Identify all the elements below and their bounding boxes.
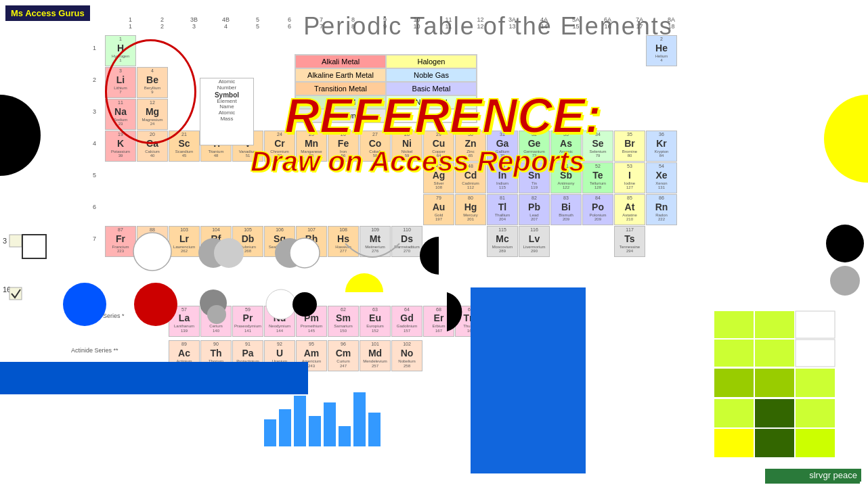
checkbox-checkmark <box>12 289 20 298</box>
left-black-half-circle <box>0 95 41 176</box>
legend-alkali-metal: Alkali Metal <box>295 55 386 68</box>
element-th: 90ThThorium232 <box>200 340 232 371</box>
right-gray-circle <box>830 266 860 296</box>
group-label-8: 88 <box>337 16 369 30</box>
element-am: 95AmAmericium243 <box>296 340 327 371</box>
element-ce: 58CeCerium140 <box>200 306 232 337</box>
sq-5-1 <box>714 429 754 457</box>
element-at: 85AtAstatine210 <box>614 194 645 225</box>
bar-3 <box>294 396 306 446</box>
group-label-15: 5A15 <box>560 16 592 30</box>
half-circle-black-left <box>420 237 439 275</box>
legend-alkaline-earth: Alkaline Earth Metal <box>295 68 386 82</box>
group-label-17: 7A17 <box>624 16 655 30</box>
right-black-circle <box>826 225 864 262</box>
group-label-4: 4B4 <box>210 16 242 30</box>
element-pb: 82PbLead207 <box>519 194 550 225</box>
group-label-5: 55 <box>242 16 274 30</box>
group-label-18: 8A18 <box>655 16 687 30</box>
sq-3-2 <box>755 369 794 397</box>
group-label-10: 1010 <box>401 16 433 30</box>
legend-noble-gas: Noble Gas <box>386 68 477 82</box>
legend-halogen: Halogen <box>386 55 477 68</box>
square-outline <box>22 235 46 258</box>
element-tl: 81TlThallium204 <box>487 194 518 225</box>
element-sm: 62SmSamarium150 <box>328 306 359 337</box>
group-label-3: 3B3 <box>178 16 210 30</box>
group-label-14: 4A14 <box>528 16 560 30</box>
reference-overlay-subtitle: Draw on Access Reports <box>251 145 584 178</box>
element-hg: 80HgMercury201 <box>455 194 486 225</box>
group-label-16: 6A16 <box>592 16 624 30</box>
period-label-7: 7 <box>93 235 96 242</box>
brand-label: Ms Access Gurus <box>5 5 90 21</box>
sq-1-1 <box>714 311 754 338</box>
element-bh: 107BhBohrium270 <box>296 226 327 257</box>
sq-4-3 <box>796 399 835 427</box>
element-br: 35BrBromine80 <box>614 131 645 162</box>
period-label-1: 1 <box>93 45 96 51</box>
element-er: 68ErErbium167 <box>423 306 454 337</box>
right-yellow-half-circle <box>824 95 868 183</box>
group-label-13: 3A13 <box>496 16 528 30</box>
sq-3-3 <box>796 369 835 397</box>
bar-8 <box>368 413 381 446</box>
element-ac: 89AcActinium227 <box>169 340 200 371</box>
element-mt: 109MtMeitnerium276 <box>360 226 391 257</box>
sq-2-2 <box>755 340 794 367</box>
bottom-right-text: slrvgr peace <box>805 469 861 482</box>
group-label-1: 11 <box>114 16 146 30</box>
sq-4-2 <box>755 399 794 427</box>
element-he: 2HeHelium4 <box>646 35 677 66</box>
element-md: 101MdMendelevium257 <box>360 340 391 371</box>
sq-1-2 <box>755 311 794 338</box>
sq-4-1 <box>714 399 754 427</box>
element-pr: 59PrPraseodymium141 <box>232 306 263 337</box>
element-nd: 60NdNeodymium144 <box>264 306 295 337</box>
bar-1 <box>264 419 276 446</box>
element-no: 102NoNobelium258 <box>391 340 422 371</box>
element-rf: 104RfRutherfordium265 <box>200 226 232 257</box>
sq-2-3 <box>796 340 835 367</box>
reference-overlay-title: REFERENCE: <box>284 88 601 143</box>
bar-5 <box>324 402 336 446</box>
element-la: 57LaLanthanum139 <box>169 306 200 337</box>
element-pm: 61PmPromethium145 <box>296 306 327 337</box>
checkbox-empty <box>9 235 22 247</box>
half-circle-yellow <box>345 273 383 292</box>
element-po: 84PoPolonium209 <box>582 194 613 225</box>
element-lr: 103LrLawrencium262 <box>169 226 200 257</box>
sq-2-1 <box>714 340 754 367</box>
period-label-4: 4 <box>93 140 96 147</box>
sq-5-2 <box>755 429 794 457</box>
element-au: 79AuGold197 <box>423 194 454 225</box>
circle-decoration <box>105 39 196 144</box>
element-u: 92UUranium238 <box>264 340 295 371</box>
element-fr: 87FrFrancium223 <box>105 226 136 257</box>
element-ds: 110DsDarmstadtium270 <box>391 226 422 257</box>
row4-label: 16 <box>3 285 11 294</box>
group-label-9: 99 <box>369 16 401 30</box>
sq-3-1 <box>714 369 754 397</box>
group-label-6: 66 <box>274 16 305 30</box>
period-label-5: 5 <box>93 172 96 179</box>
checkbox-checked-bg <box>9 287 22 300</box>
lanthanide-series-label: Lanthanide Series * <box>71 312 125 319</box>
group-label-12: 1212 <box>464 16 496 30</box>
element-tm: 69TmThulium169 <box>455 306 486 337</box>
element-mc: 115McMoscovium289 <box>487 226 518 257</box>
legend-key-element: AtomicNumber Symbol ElementName AtomicMa… <box>200 78 254 145</box>
bar-4 <box>309 416 321 446</box>
element-pa: 91PaProtactinium231 <box>232 340 263 371</box>
element-ts: 117TsTennessine294 <box>614 226 645 257</box>
element-rn: 86RnRadon222 <box>646 194 677 225</box>
period-label-6: 6 <box>93 204 96 210</box>
period-label-3: 3 <box>93 108 96 115</box>
bar-2 <box>279 409 291 446</box>
element-xe: 54XeXenon131 <box>646 162 677 193</box>
period-label-2: 2 <box>93 76 96 83</box>
element-db: 105DbDubnium268 <box>232 226 263 257</box>
actinide-series-label: Actinide Series ** <box>71 347 118 354</box>
row3-label: 3 <box>3 237 7 245</box>
sq-1-3 <box>796 311 835 338</box>
